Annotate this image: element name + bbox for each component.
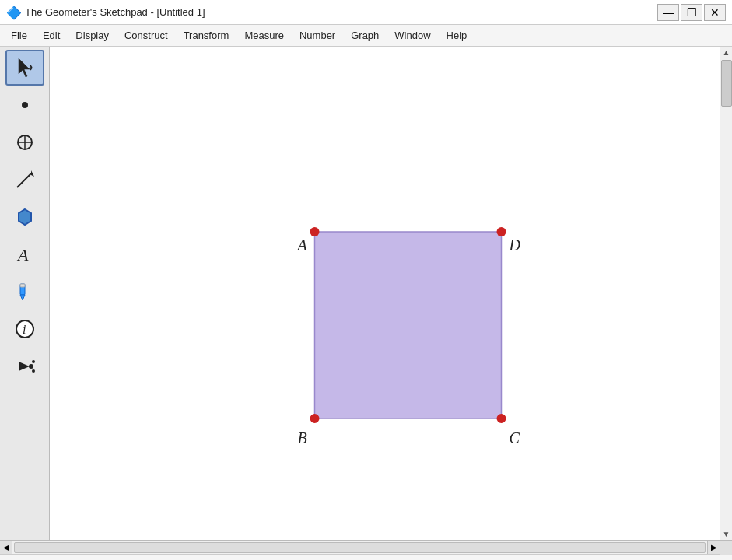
restore-button[interactable]: ❐ — [681, 4, 702, 21]
svg-text:A: A — [16, 245, 29, 264]
menu-display[interactable]: Display — [68, 26, 117, 44]
label-c: C — [510, 429, 520, 446]
title-text: The Geometer's Sketchpad - [Untitled 1] — [25, 6, 205, 18]
menu-edit[interactable]: Edit — [35, 26, 68, 44]
title-bar-controls[interactable]: — ❐ ✕ — [657, 4, 726, 21]
menu-window[interactable]: Window — [387, 26, 438, 44]
menu-file[interactable]: File — [3, 26, 35, 44]
menu-construct[interactable]: Construct — [117, 26, 176, 44]
point-tool[interactable] — [5, 87, 44, 123]
scrollbar-right[interactable]: ▲ ▼ — [720, 47, 732, 540]
bottom-scrollbar-area: ◀ ▶ — [0, 540, 732, 554]
scrollbar-thumb-vertical[interactable] — [721, 60, 732, 107]
svg-marker-9 — [31, 170, 34, 177]
animation-tool[interactable] — [5, 348, 44, 384]
svg-point-19 — [32, 360, 35, 363]
scrollbar-corner — [720, 541, 732, 555]
close-button[interactable]: ✕ — [704, 4, 726, 21]
line-tool[interactable] — [5, 162, 44, 198]
point-d — [497, 227, 506, 236]
scroll-down-button[interactable]: ▼ — [721, 528, 732, 540]
label-d: D — [509, 236, 521, 254]
svg-text:i: i — [23, 323, 26, 336]
svg-point-4 — [22, 102, 28, 108]
minimize-button[interactable]: — — [657, 4, 679, 21]
marker-tool[interactable] — [5, 274, 44, 310]
menu-measure[interactable]: Measure — [236, 26, 292, 44]
info-tool[interactable]: i — [5, 311, 44, 347]
main-area: A i — [0, 47, 732, 540]
svg-marker-13 — [20, 295, 25, 300]
toolbar: A i — [0, 47, 50, 540]
status-bar: Click to begin scrolling the window — [0, 554, 732, 560]
point-c — [497, 414, 506, 423]
text-tool[interactable]: A — [5, 236, 44, 272]
svg-marker-10 — [19, 209, 31, 225]
menu-help[interactable]: Help — [439, 26, 475, 44]
scrollbar-track-horizontal[interactable] — [14, 542, 706, 553]
svg-line-8 — [17, 173, 31, 187]
menu-bar: File Edit Display Construct Transform Me… — [0, 25, 732, 47]
point-a — [310, 227, 320, 236]
canvas-svg: A D B C — [50, 47, 720, 540]
polygon-abcd — [315, 232, 502, 418]
canvas-area[interactable]: A D B C ▲ ▼ — [50, 47, 732, 540]
scroll-left-button[interactable]: ◀ — [0, 541, 12, 554]
svg-point-20 — [32, 369, 35, 373]
svg-point-18 — [29, 364, 33, 369]
title-bar-left: 🔷 The Geometer's Sketchpad - [Untitled 1… — [6, 5, 205, 19]
title-bar: 🔷 The Geometer's Sketchpad - [Untitled 1… — [0, 0, 732, 25]
svg-marker-0 — [19, 58, 30, 77]
svg-rect-14 — [20, 284, 25, 287]
svg-marker-17 — [19, 362, 30, 371]
menu-graph[interactable]: Graph — [343, 26, 387, 44]
app-icon: 🔷 — [6, 5, 20, 19]
menu-transform[interactable]: Transform — [176, 26, 237, 44]
select-tool[interactable] — [5, 50, 44, 86]
scroll-right-button[interactable]: ▶ — [707, 541, 720, 554]
polygon-tool[interactable] — [5, 199, 44, 235]
label-b: B — [298, 429, 307, 446]
scroll-up-button[interactable]: ▲ — [721, 47, 732, 58]
label-a: A — [296, 236, 308, 254]
compass-tool[interactable] — [5, 124, 44, 160]
point-b — [310, 414, 320, 423]
menu-number[interactable]: Number — [292, 26, 343, 44]
